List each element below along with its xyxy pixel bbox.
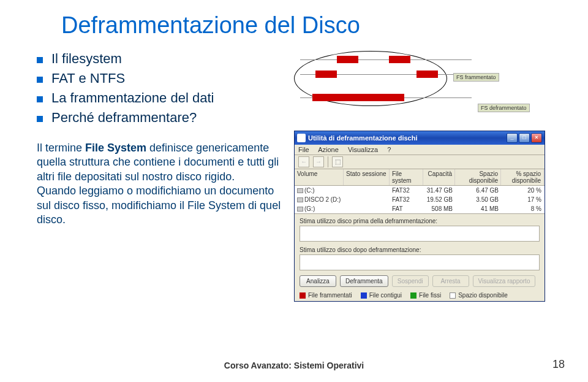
rapporto-button[interactable]: Visualizza rapporto	[473, 275, 536, 287]
menu-visualizza[interactable]: Visualizza	[348, 146, 378, 153]
bullet-item: FAT e NTFS	[37, 71, 282, 86]
minimize-button[interactable]: _	[507, 133, 518, 143]
cell-fs: FAT32	[390, 186, 423, 195]
close-button[interactable]: ×	[531, 133, 542, 143]
cell-volume: (G:)	[295, 204, 344, 213]
analizza-button[interactable]: Analizza	[300, 275, 336, 287]
frag-block	[417, 71, 438, 78]
row-line	[300, 59, 472, 60]
cell-pct: 17 %	[501, 195, 544, 204]
bullet-list: Il filesystem FAT e NTFS La frammentazio…	[37, 51, 282, 126]
refresh-button[interactable]: ⬚	[332, 156, 343, 167]
list-header: Volume Stato sessione File system Capaci…	[295, 169, 545, 186]
legend-label: File frammentati	[308, 292, 352, 299]
deframmentato-label: FS deframmentato	[478, 104, 530, 112]
vol-label: (G:)	[304, 205, 315, 212]
left-column: Il filesystem FAT e NTFS La frammentazio…	[37, 51, 294, 302]
panel-body: Stima utilizzo disco prima della deframm…	[295, 214, 545, 301]
legend-item: Spazio disponibile	[450, 292, 508, 299]
slide-footer: Corso Avanzato: Sistemi Operativi 18	[0, 360, 588, 371]
defrag-app-icon: ◧	[297, 134, 306, 142]
cell-volume: DISCO 2 (D:)	[295, 195, 344, 204]
cell-fs: FAT32	[390, 195, 423, 204]
maximize-button[interactable]: □	[519, 133, 530, 143]
table-row[interactable]: (G:) FAT 508 MB 41 MB 8 %	[295, 204, 545, 213]
col-capacita[interactable]: Capacità	[423, 169, 455, 185]
drive-icon	[297, 188, 303, 193]
cell-fs: FAT	[390, 204, 423, 213]
menu-file[interactable]: File	[298, 146, 309, 153]
sospendi-button[interactable]: Sospendi	[392, 275, 429, 287]
menu-bar: File Azione Visualizza ?	[295, 145, 545, 155]
bullet-item: Il filesystem	[37, 51, 282, 67]
drive-icon	[297, 207, 303, 212]
vol-label: DISCO 2 (D:)	[304, 196, 341, 203]
forward-button[interactable]: →	[313, 156, 324, 167]
content-row: Il filesystem FAT e NTFS La frammentazio…	[37, 51, 551, 302]
cell-cap: 31.47 GB	[423, 186, 455, 195]
menu-help[interactable]: ?	[387, 146, 391, 153]
volume-list: Volume Stato sessione File system Capaci…	[295, 169, 545, 214]
frag-block	[389, 56, 410, 63]
col-disponibile[interactable]: Spazio disponibile	[455, 169, 501, 185]
defrag-block	[312, 94, 404, 101]
menu-azione[interactable]: Azione	[318, 146, 339, 153]
usage-before-bar	[300, 226, 540, 242]
slide-title: Deframmentazione del Disco	[61, 12, 551, 39]
swatch-fissi-icon	[410, 292, 417, 299]
cell-disp: 3.50 GB	[455, 195, 501, 204]
col-pct[interactable]: % spazio disponibile	[501, 169, 544, 185]
cell-cap: 19.52 GB	[423, 195, 455, 204]
swatch-frammentati-icon	[300, 292, 306, 299]
drive-icon	[297, 197, 303, 202]
fragmentation-diagram: FS frammentato FS deframmentato	[294, 51, 539, 124]
col-stato[interactable]: Stato sessione	[344, 169, 390, 185]
toolbar-separator	[328, 156, 328, 167]
usage-after-bar	[300, 254, 540, 270]
page-number: 18	[552, 358, 565, 371]
arresta-button[interactable]: Arresta	[432, 275, 469, 287]
swatch-spazio-icon	[450, 292, 456, 299]
para-text: Il termine	[37, 142, 85, 154]
legend: File frammentati File contigui File fiss…	[300, 292, 540, 299]
section-label-before: Stima utilizzo disco prima della deframm…	[300, 218, 540, 224]
cell-stato	[344, 195, 390, 204]
back-button[interactable]: ←	[298, 156, 309, 167]
table-row[interactable]: DISCO 2 (D:) FAT32 19.52 GB 3.50 GB 17 %	[295, 195, 545, 204]
footer-text: Corso Avanzato: Sistemi Operativi	[224, 361, 364, 370]
cell-disp: 6.47 GB	[455, 186, 501, 195]
cell-cap: 508 MB	[423, 204, 455, 213]
deframmenta-button[interactable]: Deframmenta	[340, 275, 388, 287]
button-row: Analizza Deframmenta Sospendi Arresta Vi…	[300, 275, 540, 287]
col-fs[interactable]: File system	[390, 169, 423, 185]
cell-pct: 8 %	[501, 204, 544, 213]
right-column: FS frammentato FS deframmentato ◧ Utilit…	[294, 51, 551, 302]
legend-label: File contigui	[369, 292, 402, 299]
window-buttons: _ □ ×	[507, 133, 542, 143]
legend-label: Spazio disponibile	[458, 292, 508, 299]
cell-stato	[344, 186, 390, 195]
toolbar: ← → ⬚	[295, 155, 545, 169]
body-paragraph: Il termine File System definisce generic…	[37, 141, 282, 227]
table-row[interactable]: (C:) FAT32 31.47 GB 6.47 GB 20 %	[295, 186, 545, 195]
vol-label: (C:)	[304, 187, 315, 194]
window-titlebar: ◧ Utilità di deframmentazione dischi _ □…	[295, 131, 545, 145]
legend-item: File contigui	[361, 292, 402, 299]
slide: Deframmentazione del Disco Il filesystem…	[0, 0, 588, 382]
frag-block	[337, 56, 358, 63]
section-label-after: Stima utilizzo disco dopo deframmentazio…	[300, 246, 540, 253]
frag-block	[315, 71, 337, 78]
cell-volume: (C:)	[295, 186, 344, 195]
cell-disp: 41 MB	[455, 204, 501, 213]
window-title: Utilità di deframmentazione dischi	[308, 134, 507, 142]
legend-label: File fissi	[419, 292, 441, 299]
legend-item: File fissi	[410, 292, 441, 299]
bullet-item: Perché deframmentare?	[37, 110, 282, 126]
para-bold: File System	[85, 142, 146, 154]
col-volume[interactable]: Volume	[295, 169, 344, 185]
cell-pct: 20 %	[501, 186, 544, 195]
defrag-window: ◧ Utilità di deframmentazione dischi _ □…	[294, 131, 545, 302]
para-text: Quando leggiamo o modifichiamo un docume…	[37, 185, 281, 226]
legend-item: File frammentati	[300, 292, 352, 299]
swatch-contigui-icon	[361, 292, 367, 299]
